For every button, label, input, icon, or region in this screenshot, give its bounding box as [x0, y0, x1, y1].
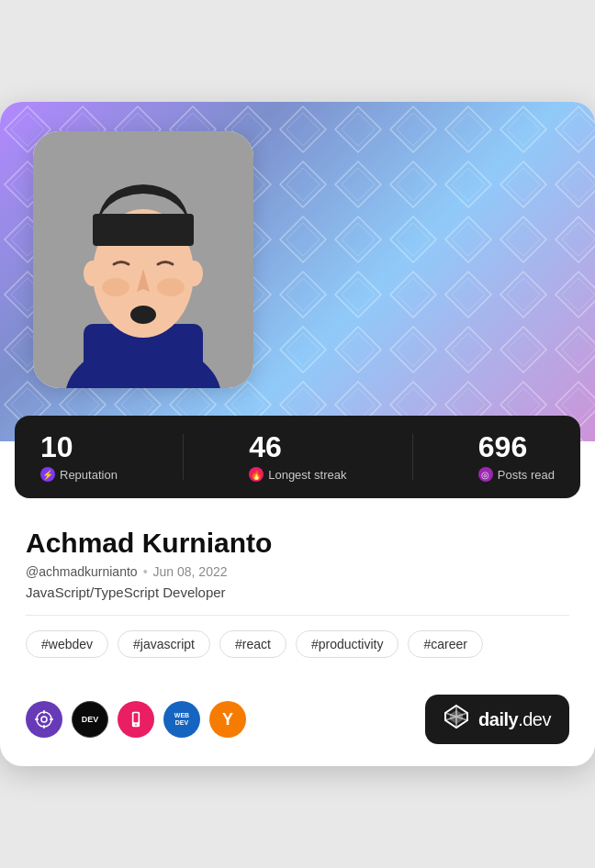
streak-value: 46	[249, 432, 346, 462]
profile-separator: •	[143, 564, 148, 579]
brand-logo[interactable]: daily.dev	[425, 695, 569, 744]
svg-point-20	[135, 724, 137, 726]
svg-point-9	[185, 261, 203, 286]
brand-dot-dev: .dev	[518, 709, 551, 729]
svg-rect-19	[134, 713, 139, 722]
reputation-value: 10	[40, 432, 118, 462]
svg-point-10	[102, 278, 129, 296]
streak-icon: 🔥	[249, 467, 264, 482]
profile-meta: @achmadkurnianto • Jun 08, 2022	[26, 564, 569, 579]
stat-reputation: 10 ⚡ Reputation	[40, 432, 118, 482]
stat-posts-read: 696 ◎ Posts read	[478, 432, 555, 482]
tag-productivity[interactable]: #productivity	[296, 630, 399, 658]
source-icon-indiehackers[interactable]: Y	[209, 701, 246, 738]
tag-react[interactable]: #react	[219, 630, 286, 658]
section-divider	[26, 615, 569, 616]
stat-divider-1	[183, 434, 184, 480]
stat-streak: 46 🔥 Longest streak	[249, 432, 346, 482]
svg-point-13	[41, 717, 47, 722]
profile-name: Achmad Kurnianto	[26, 528, 569, 559]
brand-text: daily.dev	[478, 710, 551, 729]
avatar	[33, 131, 253, 388]
profile-handle: @achmadkurnianto	[26, 564, 138, 579]
streak-label: 🔥 Longest streak	[249, 467, 346, 482]
posts-icon: ◎	[478, 467, 493, 482]
brand-daily: daily	[478, 709, 518, 729]
svg-point-7	[130, 306, 156, 324]
tags-section: #webdev #javascript #react #productivity…	[26, 630, 569, 658]
tag-webdev[interactable]: #webdev	[26, 630, 108, 658]
source-icon-webdev[interactable]: WEBDEV	[163, 701, 200, 738]
reputation-label: ⚡ Reputation	[40, 467, 118, 482]
stats-bar: 10 ⚡ Reputation 46 🔥 Longest streak 696 …	[15, 416, 580, 498]
profile-join-date: Jun 08, 2022	[153, 564, 228, 579]
source-icons: DEV WEBDEV Y	[26, 701, 246, 738]
posts-read-label: ◎ Posts read	[478, 467, 555, 482]
brand-icon	[443, 704, 469, 735]
stat-divider-2	[412, 434, 413, 480]
svg-point-8	[84, 261, 102, 286]
profile-section: Achmad Kurnianto @achmadkurnianto • Jun …	[0, 524, 595, 695]
source-icon-phone[interactable]	[118, 701, 154, 738]
source-icon-dev[interactable]: DEV	[72, 701, 108, 738]
profile-bio: JavaScript/TypeScript Developer	[26, 584, 569, 600]
tag-career[interactable]: #career	[408, 630, 482, 658]
bottom-bar: DEV WEBDEV Y	[0, 695, 595, 766]
tag-javascript[interactable]: #javascript	[118, 630, 210, 658]
source-icon-crosshair[interactable]	[26, 701, 62, 738]
reputation-icon: ⚡	[40, 467, 55, 482]
posts-read-value: 696	[478, 432, 555, 462]
svg-rect-6	[93, 214, 194, 246]
svg-point-12	[37, 712, 51, 727]
svg-point-11	[157, 278, 185, 296]
profile-card: 10 ⚡ Reputation 46 🔥 Longest streak 696 …	[0, 102, 595, 766]
avatar-illustration	[33, 131, 253, 388]
profile-header	[0, 102, 595, 441]
